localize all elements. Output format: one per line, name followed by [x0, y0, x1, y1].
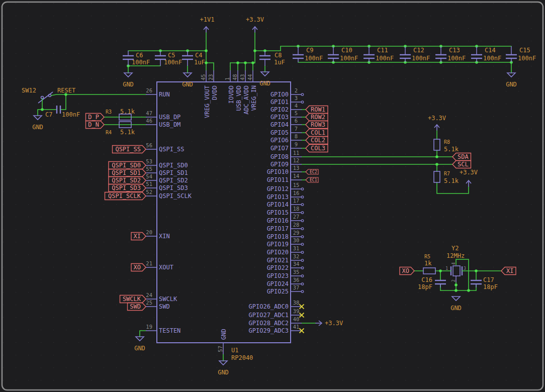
pin-name: GPIO15: [267, 209, 289, 216]
capacitor-value: 100nF: [376, 55, 394, 62]
pin-number: 32: [293, 253, 300, 259]
pin-name: USB_VDD: [235, 85, 242, 111]
junction-dot[interactable]: [435, 155, 438, 158]
global-label-qspi_sd3[interactable]: QSPI_SD3: [109, 184, 146, 192]
pin-name: GPIO24: [267, 280, 289, 287]
label-text: QSPI_SD1: [112, 169, 141, 176]
pin-number: 45: [200, 74, 206, 80]
pin-name: ADC_AVDD: [243, 85, 250, 115]
junction-dot[interactable]: [205, 49, 208, 52]
pin-name: GPIO27_ADC1: [249, 312, 289, 319]
pin-number: 34: [293, 261, 300, 267]
pin-name: GPIO26_ADC0: [249, 303, 289, 310]
pin-number: 1: [224, 77, 230, 80]
capacitor-value: 18pF: [483, 283, 498, 290]
pin-number: 19: [146, 324, 152, 330]
pin-number: 12: [293, 157, 300, 163]
pin-number: 27: [293, 214, 300, 220]
pin-number: 46: [146, 118, 152, 124]
junction-dot[interactable]: [455, 289, 458, 292]
capacitor-value: 100nF: [305, 55, 323, 62]
capacitor-value: 100nF: [518, 55, 536, 62]
crystal-pin-number: 1: [445, 266, 448, 271]
pin-name: IOVDD: [228, 85, 235, 104]
pin-name: GPIO19: [267, 241, 289, 248]
pin-number: 43: [239, 74, 245, 80]
junction-dot[interactable]: [236, 61, 239, 64]
pin-name: GPIO14: [267, 201, 289, 208]
ic-value: RP2040: [231, 354, 253, 361]
junction-dot[interactable]: [41, 108, 44, 111]
junction-dot[interactable]: [475, 269, 478, 272]
power-label-3v3: +3.3V: [325, 320, 343, 327]
gnd-label: GND: [32, 124, 43, 131]
pin-number: 35: [293, 269, 300, 275]
pin-number: 11: [293, 150, 300, 156]
pin-name: GPIO10: [267, 168, 289, 175]
junction-dot[interactable]: [439, 269, 442, 272]
pin-name: QSPI_SD0: [159, 162, 188, 169]
resistor-reference: R7: [444, 171, 450, 176]
pin-number: 24: [146, 292, 152, 298]
global-label-qspi_sd0[interactable]: QSPI_SD0: [109, 162, 146, 169]
pin-name: GPIO25: [267, 288, 289, 295]
junction-dot[interactable]: [253, 49, 256, 52]
label-text: ROW3: [311, 121, 325, 128]
pin-name: GPIO3: [270, 114, 289, 121]
junction-dot[interactable]: [64, 93, 67, 96]
pin-name: GPIO4: [270, 121, 289, 128]
pin-name: SWD: [159, 303, 170, 310]
pin-name: GPIO1: [270, 99, 289, 106]
global-label-qspi_sclk[interactable]: QSPI_SCLK: [105, 192, 146, 200]
capacitor-value: 100nF: [132, 59, 150, 66]
label-text: SWD: [130, 303, 141, 310]
pin-name: GPIO17: [267, 225, 289, 232]
pin-name: QSPI_SCLK: [159, 192, 192, 200]
pin-number: 51: [146, 181, 152, 187]
net-label-reset[interactable]: RESET: [57, 87, 75, 94]
pin-name: GPIO12: [267, 185, 289, 192]
junction-dot[interactable]: [467, 289, 470, 292]
pin-name: GPIO13: [267, 193, 289, 201]
junction-dot[interactable]: [244, 61, 247, 64]
global-label-qspi_sd2[interactable]: QSPI_SD2: [109, 177, 146, 184]
capacitor-value: 100nF: [164, 59, 182, 66]
pin-name: GPIO29_ADC3: [249, 327, 289, 334]
capacitor-reference: C17: [483, 276, 494, 283]
pin-name: QSPI_SD1: [159, 169, 188, 176]
gnd-label: GND: [218, 369, 229, 376]
capacitor-value: 18pF: [418, 283, 432, 290]
pin-number: 39: [293, 308, 300, 314]
pin-number: 25: [146, 300, 152, 306]
capacitor-value: 100nF: [412, 55, 430, 62]
pin-number: 41: [293, 324, 300, 330]
crystal-pin-number: 2: [451, 279, 456, 282]
junction-dot[interactable]: [251, 61, 254, 64]
label-text: QSPI_SD3: [112, 184, 141, 191]
pin-number: 2: [295, 87, 298, 93]
pin-name: GPIO6: [270, 137, 289, 144]
pin-number: 54: [146, 173, 152, 179]
junction-dot[interactable]: [205, 61, 208, 64]
power-symbol-3v3-adc[interactable]: +3.3V: [315, 320, 343, 327]
label-text: XO: [134, 264, 141, 271]
pin-number: 56: [146, 142, 152, 148]
capacitor-reference: C14: [485, 47, 496, 54]
pin-number: 14: [293, 173, 300, 179]
pin-number: 17: [293, 198, 300, 204]
pin-name: QSPI_SD3: [159, 184, 188, 191]
resistor-reference: R3: [106, 109, 112, 115]
junction-dot[interactable]: [455, 283, 458, 286]
power-label-3v3: +3.3V: [460, 169, 478, 176]
resistor-value: 5.1k: [120, 129, 135, 136]
label-text: XI: [134, 233, 141, 240]
schematic-canvas: U1 RP2040 SW12 RESET Y2 12MHz 1 3 2 4 +1…: [0, 0, 545, 392]
junction-dot[interactable]: [435, 163, 438, 166]
global-label-qspi_sd1[interactable]: QSPI_SD1: [109, 169, 146, 177]
pin-name: USB_DM: [159, 121, 180, 128]
pin-number: 9: [295, 141, 298, 147]
capacitor-value: 100nF: [447, 55, 466, 62]
resistor-value: 5.1k: [444, 177, 459, 184]
power-label-3v3: +3.3V: [428, 115, 446, 122]
capacitor-reference: C6: [136, 52, 143, 59]
